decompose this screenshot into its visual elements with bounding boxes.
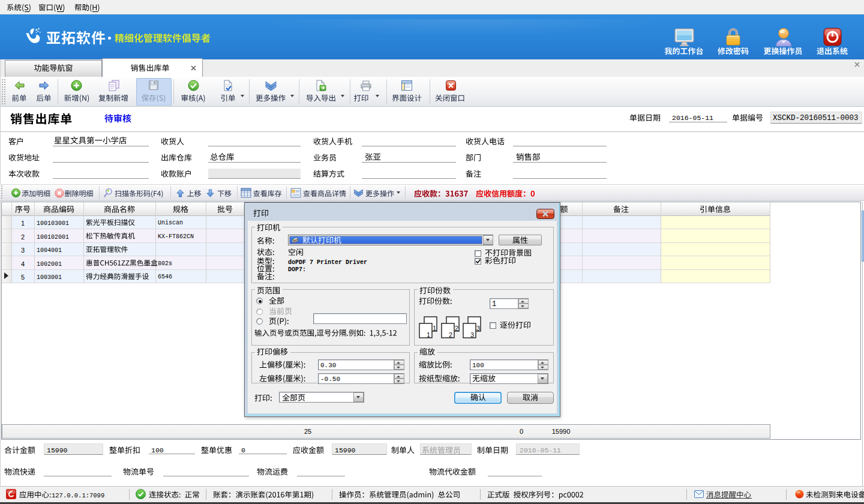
svg-text:3: 3	[476, 325, 480, 332]
svg-text:2: 2	[455, 325, 458, 332]
svg-text:2: 2	[449, 331, 452, 338]
svg-text:3: 3	[470, 331, 474, 338]
svg-text:1: 1	[427, 331, 430, 338]
svg-text:1: 1	[433, 325, 436, 332]
